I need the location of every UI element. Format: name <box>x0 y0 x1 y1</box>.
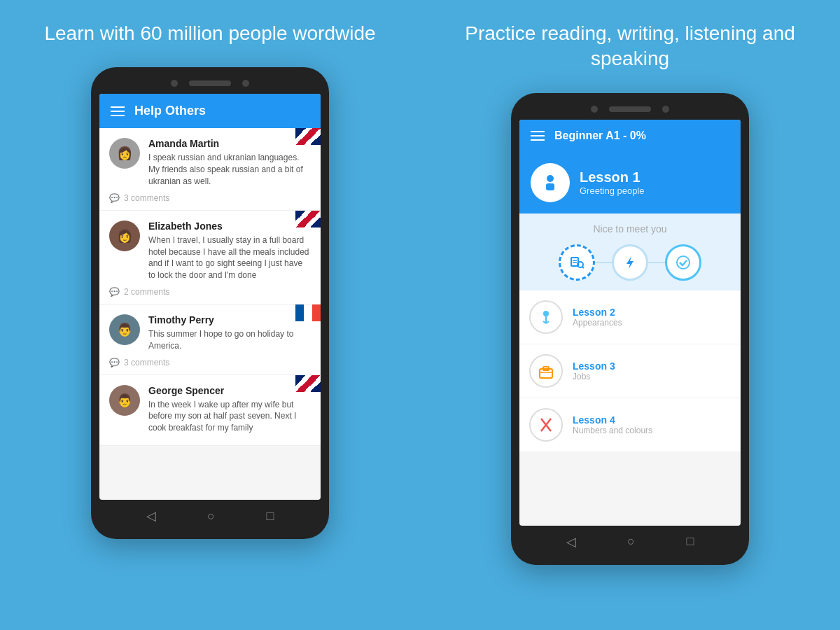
lesson3-icon <box>529 354 563 388</box>
lesson1-subtitle: Greeting people <box>580 186 645 196</box>
post-name-4: George Spencer <box>148 385 311 396</box>
left-phone: Help Others 👩 Amanda Martin I speak russ… <box>91 67 329 539</box>
person-icon <box>540 172 561 193</box>
skill-lightning[interactable] <box>612 244 648 281</box>
svg-point-8 <box>677 256 690 269</box>
comment-icon-2: 💬 <box>109 287 120 297</box>
post-item-1[interactable]: 👩 Amanda Martin I speak russian and ukra… <box>99 128 321 210</box>
lesson1-icon-circle <box>531 163 570 202</box>
lesson2-sub: Appearances <box>573 318 622 328</box>
lesson-header-title: Beginner A1 - 0% <box>554 130 646 142</box>
flag-uk-2 <box>295 211 321 227</box>
right-phone: Beginner A1 - 0% Lesson 1 Greeting peopl… <box>511 93 749 565</box>
lesson-header: Beginner A1 - 0% <box>519 120 741 152</box>
svg-rect-1 <box>546 183 554 190</box>
posts-list: 👩 Amanda Martin I speak russian and ukra… <box>99 128 321 446</box>
phone-top-left <box>99 80 321 87</box>
svg-point-9 <box>543 311 549 316</box>
avatar-1: 👩 <box>109 138 140 169</box>
home-button-right[interactable]: ○ <box>627 534 635 549</box>
skill-check[interactable] <box>665 244 701 281</box>
post-text-3: This summer I hope to go on holiday to A… <box>148 328 311 352</box>
post-comments-1[interactable]: 💬 3 comments <box>109 193 311 203</box>
post-text-1: I speak russian and ukranian languages. … <box>148 152 311 187</box>
square-button-right[interactable]: □ <box>686 534 694 549</box>
lesson4-icon <box>529 408 563 442</box>
avatar-2: 👩 <box>109 220 140 251</box>
right-panel: Practice reading, writing, listening and… <box>420 0 840 630</box>
lesson2-title: Lesson 2 <box>573 307 622 318</box>
post-item-4[interactable]: 👨 George Spencer In the week I wake up a… <box>99 375 321 446</box>
lesson3-sub: Jobs <box>573 372 615 382</box>
lesson-row-2[interactable]: Lesson 2 Appearances <box>519 290 741 344</box>
post-text-4: In the week I wake up after my wife but … <box>148 399 311 434</box>
app-header-title: Help Others <box>134 104 206 118</box>
speaker-left <box>189 80 231 86</box>
skill-line-1 <box>595 262 612 263</box>
svg-point-0 <box>547 175 554 182</box>
svg-line-6 <box>582 267 584 268</box>
phone-bottom-right: ◁ ○ □ <box>519 526 741 552</box>
meet-section: Nice to meet you <box>519 214 741 290</box>
lesson1-title: Lesson 1 <box>580 169 645 186</box>
lesson-row-4[interactable]: Lesson 4 Numbers and colours <box>519 398 741 452</box>
skill-read[interactable] <box>559 244 595 281</box>
post-text-2: When I travel, I usually stay in a full … <box>148 234 311 281</box>
flag-uk-1 <box>295 128 321 145</box>
camera-right2 <box>662 106 669 113</box>
comment-icon-3: 💬 <box>109 358 120 368</box>
lesson4-sub: Numbers and colours <box>573 426 652 435</box>
lesson3-title: Lesson 3 <box>573 360 615 372</box>
square-button-left[interactable]: □ <box>266 509 274 524</box>
skill-icons <box>529 244 731 281</box>
right-panel-title: Practice reading, writing, listening and… <box>434 21 826 72</box>
lesson4-title: Lesson 4 <box>573 414 652 426</box>
camera-right <box>591 106 598 113</box>
meet-title: Nice to meet you <box>529 223 731 234</box>
skill-line-2 <box>648 262 665 263</box>
home-button-left[interactable]: ○ <box>207 509 215 524</box>
post-item-3[interactable]: 👨 Timothy Perry This summer I hope to go… <box>99 304 321 375</box>
avatar-4: 👨 <box>109 385 140 416</box>
post-name-1: Amanda Martin <box>148 138 311 149</box>
right-screen: Beginner A1 - 0% Lesson 1 Greeting peopl… <box>519 120 741 526</box>
comment-icon-1: 💬 <box>109 193 120 203</box>
lesson1-card[interactable]: Lesson 1 Greeting people <box>519 152 741 214</box>
flag-fr-3 <box>295 304 321 321</box>
post-comments-2[interactable]: 💬 2 comments <box>109 287 311 297</box>
speaker-right <box>609 106 651 112</box>
left-screen: Help Others 👩 Amanda Martin I speak russ… <box>99 94 321 500</box>
post-name-2: Elizabeth Jones <box>148 220 311 232</box>
flag-uk-4 <box>295 375 321 392</box>
lesson-row-3[interactable]: Lesson 3 Jobs <box>519 344 741 398</box>
back-button-right[interactable]: ◁ <box>566 534 576 550</box>
post-item-2[interactable]: 👩 Elizabeth Jones When I travel, I usual… <box>99 211 321 304</box>
post-comments-3[interactable]: 💬 3 comments <box>109 358 311 368</box>
hamburger-icon[interactable] <box>111 106 125 116</box>
hamburger-icon-right[interactable] <box>531 131 545 141</box>
phone-bottom-left: ◁ ○ □ <box>99 500 321 526</box>
left-panel-title: Learn with 60 million people wordwide <box>44 21 375 46</box>
post-name-3: Timothy Perry <box>148 314 311 326</box>
lesson2-icon <box>529 300 563 334</box>
avatar-3: 👨 <box>109 314 140 345</box>
phone-top-right <box>519 106 741 113</box>
app-header-left: Help Others <box>99 94 321 128</box>
lessons-list: Lesson 2 Appearances Lesson 3 Jobs <box>519 290 741 452</box>
camera-left2 <box>242 80 249 87</box>
left-panel: Learn with 60 million people wordwide He… <box>0 0 420 630</box>
back-button-left[interactable]: ◁ <box>146 508 156 524</box>
camera-left <box>171 80 178 87</box>
svg-marker-7 <box>626 256 634 269</box>
